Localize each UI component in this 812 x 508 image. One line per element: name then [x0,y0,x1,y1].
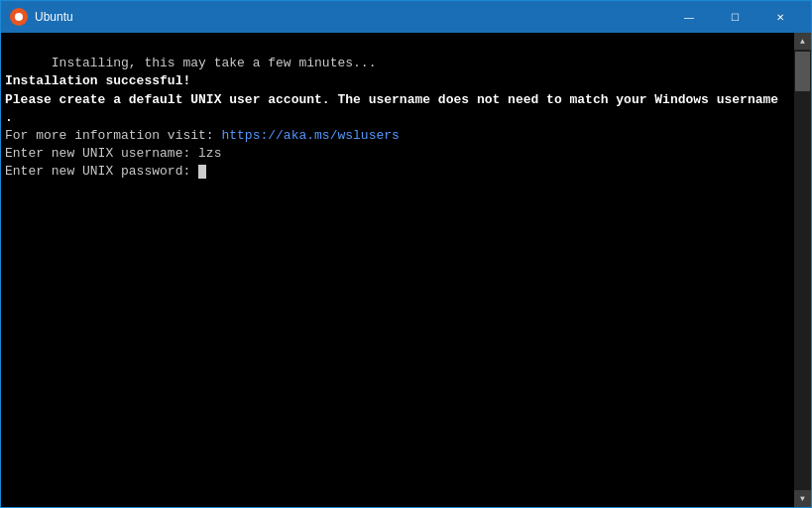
terminal-line-1: Installing, this may take a few minutes.… [52,56,377,70]
scrollbar-track[interactable] [794,50,811,490]
terminal-cursor [198,165,206,179]
close-button[interactable]: ✕ [757,1,803,33]
terminal-output[interactable]: Installing, this may take a few minutes.… [1,33,794,507]
window-title: Ubuntu [35,10,666,24]
minimize-button[interactable]: — [666,1,712,33]
terminal-container: Installing, this may take a few minutes.… [1,33,811,507]
terminal-line-3: Please create a default UNIX user accoun… [5,92,778,107]
terminal-line-5: For more information visit: https://aka.… [5,128,400,143]
window-controls: — ☐ ✕ [666,1,803,33]
ubuntu-window: Ubuntu — ☐ ✕ Installing, this may take a… [0,0,812,508]
scrollbar-thumb[interactable] [795,52,810,91]
terminal-line-7: Enter new UNIX password: [5,164,206,179]
scroll-down-button[interactable]: ▼ [794,490,811,507]
terminal-line-2: Installation successful! [5,73,190,88]
maximize-button[interactable]: ☐ [712,1,757,33]
scrollbar[interactable]: ▲ ▼ [794,33,811,507]
terminal-line-6: Enter new UNIX username: lzs [5,146,221,161]
terminal-line-4: . [5,110,13,125]
ubuntu-icon [9,7,29,27]
scroll-up-button[interactable]: ▲ [794,33,811,50]
terminal-link: https://aka.ms/wslusers [221,128,399,143]
titlebar: Ubuntu — ☐ ✕ [1,1,811,33]
